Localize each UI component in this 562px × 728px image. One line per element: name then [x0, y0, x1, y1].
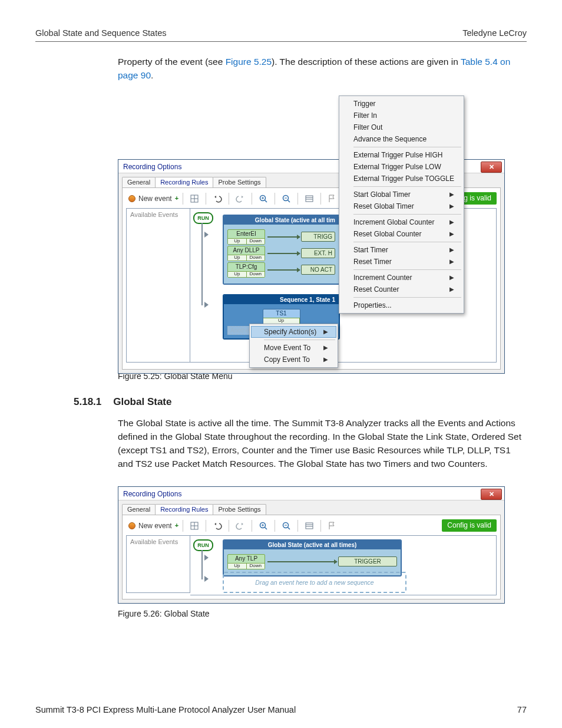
submenu-arrow-icon: ▶	[449, 230, 454, 237]
run-badge: RUN	[193, 539, 213, 551]
actions-menu-item[interactable]: Reset Counter▶	[340, 284, 462, 295]
submenu-arrow-icon: ▶	[323, 328, 328, 335]
undo-icon[interactable]	[208, 519, 227, 533]
global-state-title: Global State (active at all tim	[224, 216, 339, 225]
actions-menu-item[interactable]: Increment Global Counter▶	[340, 216, 462, 228]
global-state-paragraph: The Global State is active all the time.…	[118, 416, 527, 471]
tab-general[interactable]: General	[122, 504, 156, 515]
section-title: Global State	[113, 396, 171, 408]
new-event-icon	[128, 522, 135, 529]
drop-sequence-hint[interactable]: Drag an event here to add a new sequence	[223, 572, 406, 593]
available-events-panel: Available Events	[126, 535, 190, 593]
submenu-arrow-icon: ▶	[449, 274, 454, 281]
actions-menu-item[interactable]: External Trigger Pulse HIGH	[340, 149, 462, 161]
tab-general[interactable]: General	[122, 177, 156, 187]
menu-move-event[interactable]: Move Event To▶	[251, 342, 336, 354]
actions-menu-item[interactable]: Trigger	[340, 98, 462, 110]
event-row[interactable]: Any TLPUpDown TRIGGER	[227, 554, 397, 569]
tab-recording-rules[interactable]: Recording Rules	[155, 177, 213, 187]
figure-5-25-link[interactable]: Figure 5.25	[226, 57, 272, 67]
global-state-block[interactable]: Global State (active at all tim EnterEIU…	[223, 215, 340, 285]
plus-icon: +	[175, 522, 178, 529]
new-event-icon	[128, 195, 135, 202]
undo-icon[interactable]	[208, 192, 227, 206]
svg-rect-10	[306, 196, 313, 202]
svg-line-8	[288, 200, 290, 202]
submenu-arrow-icon: ▶	[449, 258, 454, 265]
close-button[interactable]: ✕	[481, 489, 502, 500]
submenu-arrow-icon: ▶	[449, 219, 454, 225]
figure-5-25: Recording Options ✕ General Recording Ru…	[118, 95, 527, 367]
actions-menu-item[interactable]: External Trigger Pulse TOGGLE	[340, 173, 462, 185]
figure-5-26: Recording Options ✕ General Recording Ru…	[118, 486, 527, 604]
available-events-panel: Available Events	[126, 208, 190, 363]
actions-menu-item[interactable]: Start Global Timer▶	[340, 189, 462, 200]
plus-icon: +	[175, 195, 178, 202]
new-event-button[interactable]: New event +	[126, 192, 181, 206]
actions-submenu: TriggerFilter InFilter OutAdvance the Se…	[339, 95, 464, 314]
redo-icon[interactable]	[231, 519, 250, 533]
actions-menu-item[interactable]: Increment Counter▶	[340, 272, 462, 284]
global-state-title: Global State (active at all times)	[224, 541, 401, 549]
svg-rect-23	[306, 523, 313, 529]
run-badge: RUN	[193, 212, 213, 224]
actions-menu-item[interactable]: Filter Out	[340, 121, 462, 133]
close-button[interactable]: ✕	[481, 162, 502, 173]
section-number: 5.18.1	[74, 396, 101, 408]
rules-toolbar: New event +	[126, 519, 497, 533]
actions-menu-item[interactable]: External Trigger Pulse LOW	[340, 161, 462, 173]
new-event-button[interactable]: New event +	[126, 519, 181, 533]
redo-icon[interactable]	[231, 192, 250, 206]
menu-specify-actions[interactable]: Specify Action(s)▶	[251, 326, 336, 338]
zoom-out-icon[interactable]	[277, 519, 296, 533]
running-head-right: Teledyne LeCroy	[462, 28, 527, 38]
toolbar-grid-icon[interactable]	[185, 519, 204, 533]
submenu-arrow-icon: ▶	[323, 344, 328, 351]
submenu-arrow-icon: ▶	[323, 356, 328, 363]
config-valid-badge: Config is valid	[442, 519, 497, 532]
actions-menu-item[interactable]: Advance the Sequence	[340, 133, 462, 145]
actions-menu-item[interactable]: Filter In	[340, 110, 462, 121]
event-row-2[interactable]: TLP:CfgUpDown NO ACT	[227, 262, 335, 278]
toolbar-grid-icon[interactable]	[185, 192, 204, 206]
footer-manual-title: Summit T3-8 PCI Express Multi-Lane Proto…	[35, 705, 296, 714]
header-rule	[35, 41, 527, 42]
tab-probe-settings[interactable]: Probe Settings	[213, 504, 266, 515]
running-head-left: Global State and Sequence States	[35, 28, 167, 38]
event-row-1[interactable]: Any DLLPUpDown EXT. H	[227, 246, 335, 261]
dialog-title: Recording Options	[123, 490, 181, 498]
submenu-arrow-icon: ▶	[449, 286, 454, 292]
event-context-menu: Specify Action(s)▶ Move Event To▶ Copy E…	[249, 324, 338, 368]
tab-probe-settings[interactable]: Probe Settings	[213, 177, 266, 187]
actions-menu-item[interactable]: Reset Global Timer▶	[340, 200, 462, 212]
flag-icon[interactable]	[323, 519, 342, 533]
svg-line-4	[265, 200, 267, 202]
submenu-arrow-icon: ▶	[449, 246, 454, 253]
rules-canvas[interactable]: RUN Global State (active at all times) A…	[190, 535, 497, 595]
actions-menu-item[interactable]: Reset Timer▶	[340, 256, 462, 268]
table-view-icon[interactable]	[300, 192, 319, 206]
tab-recording-rules[interactable]: Recording Rules	[155, 504, 213, 515]
sequence-state-title: Sequence 1, State 1	[224, 295, 339, 304]
submenu-arrow-icon: ▶	[449, 203, 454, 209]
menu-copy-event[interactable]: Copy Event To▶	[251, 354, 336, 365]
actions-menu-item[interactable]: Start Timer▶	[340, 244, 462, 256]
zoom-in-icon[interactable]	[254, 192, 273, 206]
global-state-block[interactable]: Global State (active at all times) Any T…	[223, 539, 402, 577]
page-number: 77	[517, 705, 527, 714]
figure-5-26-caption: Figure 5.26: Global State	[118, 609, 527, 618]
intro-paragraph: Property of the event (see Figure 5.25).…	[118, 55, 527, 83]
dialog-title: Recording Options	[123, 163, 181, 171]
zoom-out-icon[interactable]	[277, 192, 296, 206]
table-view-icon[interactable]	[300, 519, 319, 533]
actions-menu-item[interactable]: Properties...	[340, 299, 462, 311]
event-row-0[interactable]: EnterEIUpDown TRIGG	[227, 229, 335, 245]
submenu-arrow-icon: ▶	[449, 191, 454, 197]
zoom-in-icon[interactable]	[254, 519, 273, 533]
recording-options-dialog-2: Recording Options ✕ General Recording Ru…	[118, 486, 505, 604]
svg-line-17	[265, 527, 267, 529]
svg-line-21	[288, 527, 290, 529]
actions-menu-item[interactable]: Reset Global Counter▶	[340, 228, 462, 240]
